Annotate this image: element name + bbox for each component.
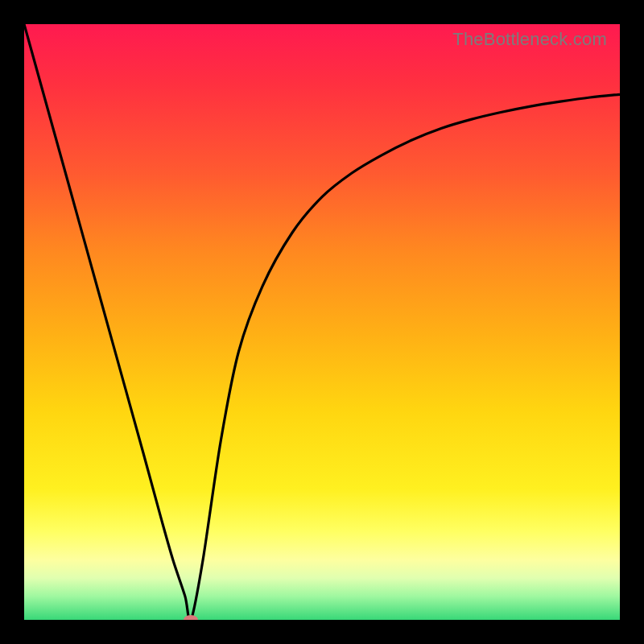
curve-path xyxy=(24,24,620,620)
curve-svg xyxy=(24,24,620,620)
chart-plot-area: TheBottleneck.com xyxy=(24,24,620,620)
chart-frame: TheBottleneck.com xyxy=(0,0,644,644)
minimum-marker xyxy=(184,615,198,620)
attribution-text: TheBottleneck.com xyxy=(452,29,607,50)
